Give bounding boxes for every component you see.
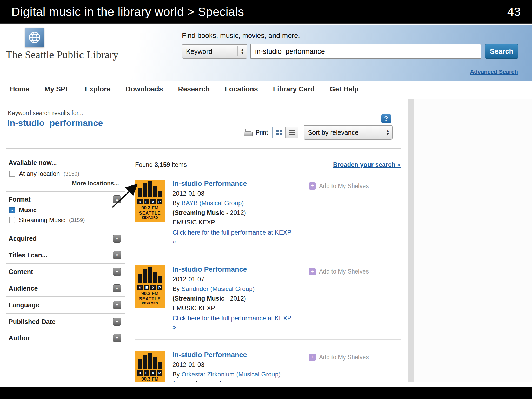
slide-title: Digital music in the library world > Spe… xyxy=(11,5,244,19)
search-button[interactable]: Search xyxy=(485,44,518,59)
advanced-search-link[interactable]: Advanced Search xyxy=(470,69,518,75)
search-input[interactable] xyxy=(250,44,481,59)
nav-item-research[interactable]: Research xyxy=(178,85,210,93)
print-button[interactable]: Print xyxy=(244,129,268,136)
grid-view-icon xyxy=(276,130,282,135)
artist-link[interactable]: BAYB (Musical Group) xyxy=(182,200,244,207)
plus-icon: + xyxy=(309,182,316,190)
any-location-checkbox[interactable] xyxy=(9,171,15,177)
item-performance-link[interactable]: Click here for the full performance at K… xyxy=(172,314,292,332)
nav-item-library-card[interactable]: Library Card xyxy=(273,85,315,93)
collapse-arrow-button[interactable]: ▲ xyxy=(113,195,121,203)
expand-arrow-button[interactable]: ▼ xyxy=(113,235,121,243)
kexp-equalizer-icon xyxy=(138,268,162,283)
found-suffix: items xyxy=(170,161,187,168)
result-item: KEXP 90.3 FM SEATTLE KEXP.ORG In-studio … xyxy=(135,351,401,382)
sort-select[interactable]: Sort by relevance ▲ ▼ xyxy=(304,125,393,140)
item-details: In-studio Performance 2012-01-07 By Sand… xyxy=(172,265,323,332)
facet-section-audience[interactable]: Audience ▼ xyxy=(6,280,125,296)
facet-section-titles-i-can[interactable]: Titles I can... ▼ xyxy=(6,247,125,263)
result-item: KEXP 90.3 FM SEATTLE KEXP.ORG In-studio … xyxy=(135,265,401,340)
kexp-equalizer-icon xyxy=(138,182,162,197)
kexp-letters: KEXP xyxy=(137,285,162,290)
facet-section-acquired[interactable]: Acquired ▼ xyxy=(6,230,125,247)
item-title-link[interactable]: In-studio Performance xyxy=(172,265,323,274)
album-art-thumbnail[interactable]: KEXP 90.3 FM SEATTLE KEXP.ORG xyxy=(135,265,165,308)
expand-arrow-button[interactable]: ▼ xyxy=(113,318,121,326)
item-publisher: EMUSIC KEXP xyxy=(172,304,323,312)
slide-footer-bar xyxy=(0,387,532,399)
kexp-url: KEXP.ORG xyxy=(142,302,158,305)
expand-arrow-button[interactable]: ▼ xyxy=(113,251,121,259)
nav-item-get-help[interactable]: Get Help xyxy=(330,85,358,93)
nav-item-explore[interactable]: Explore xyxy=(85,85,111,93)
facet-streaming-music[interactable]: Streaming Music (3159) xyxy=(6,216,125,224)
facet-section-content[interactable]: Content ▼ xyxy=(6,263,125,280)
artist-link[interactable]: Orkestar Zirkonium (Musical Group) xyxy=(182,371,281,378)
expand-arrow-button[interactable]: ▼ xyxy=(113,301,121,309)
by-prefix: By xyxy=(172,371,182,378)
search-type-select[interactable]: Keyword ▲ ▼ xyxy=(182,44,247,59)
facet-any-location[interactable]: At any location (3159) xyxy=(6,170,125,177)
item-title-link[interactable]: In-studio Performance xyxy=(172,351,323,359)
toolbar-divider xyxy=(6,148,401,149)
item-details: In-studio Performance 2012-01-03 By Orke… xyxy=(172,351,323,382)
nav-item-locations[interactable]: Locations xyxy=(225,85,258,93)
artist-link[interactable]: Sandrider (Musical Group) xyxy=(182,285,255,292)
expand-arrow-button[interactable]: ▼ xyxy=(113,268,121,276)
by-prefix: By xyxy=(172,285,182,292)
kexp-frequency: 90.3 FM xyxy=(141,291,158,296)
facet-section-label: Content xyxy=(9,268,33,276)
found-row: Found 3,159 items Broaden your search » xyxy=(135,154,401,168)
help-button[interactable]: ? xyxy=(381,114,391,123)
expand-arrow-button[interactable]: ▼ xyxy=(113,284,121,292)
slide: Digital music in the library world > Spe… xyxy=(0,0,532,399)
facet-format-title: Format xyxy=(9,196,31,203)
item-details: In-studio Performance 2012-01-08 By BAYB… xyxy=(172,180,323,246)
facet-section-language[interactable]: Language ▼ xyxy=(6,296,125,313)
plus-icon: + xyxy=(309,268,316,275)
expand-arrow-button[interactable]: ▼ xyxy=(113,334,121,342)
add-to-shelves-button[interactable]: + Add to My Shelves xyxy=(309,268,369,275)
library-logo[interactable]: The Seattle Public Library xyxy=(6,28,118,61)
more-locations-link[interactable]: More locations... xyxy=(6,180,125,187)
nav-item-home[interactable]: Home xyxy=(10,85,29,93)
right-empty-panel xyxy=(414,99,532,382)
music-label: Music xyxy=(19,207,37,214)
item-title-link[interactable]: In-studio Performance xyxy=(172,180,323,188)
facet-section-label: Language xyxy=(9,301,39,309)
item-performance-link[interactable]: Click here for the full performance at K… xyxy=(172,228,292,246)
music-checkbox-checked[interactable]: ▲ xyxy=(9,207,15,213)
add-to-shelves-button[interactable]: + Add to My Shelves xyxy=(309,182,369,190)
broaden-search-link[interactable]: Broaden your search » xyxy=(333,161,401,168)
facet-format-options: ▲ Music Streaming Music (3159) xyxy=(6,207,125,230)
streaming-music-label: Streaming Music xyxy=(19,216,65,224)
results-toolbar: Print Sort by relevance ▲ xyxy=(244,126,393,139)
item-publisher: EMUSIC KEXP xyxy=(172,218,323,226)
item-format: (Streaming Music - 2012) xyxy=(172,209,323,217)
facet-music[interactable]: ▲ Music xyxy=(6,207,125,214)
item-byline: By Sandrider (Musical Group) xyxy=(172,285,323,293)
nav-item-my-spl[interactable]: My SPL xyxy=(44,85,70,93)
page-gutter xyxy=(408,99,414,382)
facet-section-label: Acquired xyxy=(9,235,37,242)
search-type-value: Keyword xyxy=(186,48,212,56)
album-art-thumbnail[interactable]: KEXP 90.3 FM SEATTLE KEXP.ORG xyxy=(135,180,165,222)
add-to-shelves-label: Add to My Shelves xyxy=(319,268,369,275)
search-query-title: in-studio_performance xyxy=(7,118,103,128)
kexp-city: SEATTLE xyxy=(139,296,161,302)
item-format: (Streaming Music - 2012) xyxy=(172,380,323,382)
stepper-icon: ▲ ▼ xyxy=(237,46,244,56)
facet-available-title: Available now... xyxy=(6,159,125,167)
grid-view-button[interactable] xyxy=(272,127,285,138)
album-art-thumbnail[interactable]: KEXP 90.3 FM SEATTLE KEXP.ORG xyxy=(135,351,165,382)
library-logo-text: The Seattle Public Library xyxy=(6,48,118,61)
results-page: Keyword search results for... in-studio_… xyxy=(0,99,408,382)
page-body: Keyword search results for... in-studio_… xyxy=(0,99,532,382)
add-to-shelves-button[interactable]: + Add to My Shelves xyxy=(309,354,369,361)
nav-item-downloads[interactable]: Downloads xyxy=(126,85,163,93)
facet-section-author[interactable]: Author ▼ xyxy=(6,330,125,346)
facet-section-published-date[interactable]: Published Date ▼ xyxy=(6,313,125,330)
streaming-music-checkbox[interactable] xyxy=(9,217,15,223)
list-view-button[interactable] xyxy=(285,127,298,138)
